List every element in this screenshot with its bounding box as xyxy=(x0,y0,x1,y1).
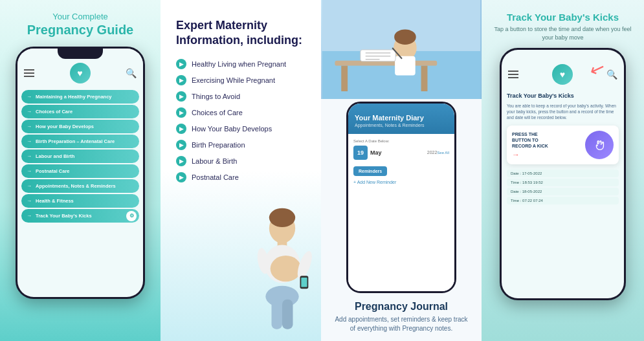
kicks-desc: You are able to keep a record of your ba… xyxy=(507,103,619,120)
phone-mockup-4: ♥ 🔍 Track Your Baby's Kicks You are able… xyxy=(500,48,626,300)
panel3-bottom-text: Pregnancy Journal Add appointments, set … xyxy=(321,293,482,341)
list-item: ▶ Things to Avoid xyxy=(176,91,305,102)
list-item: ▶ Birth Preparation xyxy=(176,140,305,150)
panel1-subtitle: Your Complete xyxy=(52,12,108,21)
svg-rect-16 xyxy=(421,66,428,91)
phone-screen-4: ♥ 🔍 Track Your Baby's Kicks You are able… xyxy=(502,50,624,298)
svg-rect-9 xyxy=(282,300,293,329)
kicks-title: Track Your Baby's Kicks xyxy=(507,93,619,99)
diary-header: Your Maternity Diary Appointments, Notes… xyxy=(348,104,454,134)
panel2-list: ▶ Healthy Living when Pregnant ▶ Exercis… xyxy=(176,59,305,182)
log-entry: Date : 17-05-2022 xyxy=(507,170,619,177)
diary-body: Select A Date Below: 19 May 2022 See All… xyxy=(348,134,454,291)
svg-point-18 xyxy=(394,29,416,45)
phone-header-4: ♥ 🔍 xyxy=(502,50,624,89)
search-icon-4: 🔍 xyxy=(606,69,617,80)
svg-point-1 xyxy=(269,208,295,227)
press-kick-button[interactable]: PRESS THE BUTTON TO RECORD A KICK → xyxy=(507,126,619,164)
gear-icon: ⚙ xyxy=(126,211,137,221)
menu-item-2[interactable]: → Choices of Care xyxy=(21,105,139,118)
log-entry: Time : 07:22 07:24 xyxy=(507,197,619,204)
svg-rect-11 xyxy=(301,278,307,287)
log-entry: Date : 18-05-2022 xyxy=(507,188,619,195)
diary-subtitle: Appointments, Notes & Reminders xyxy=(355,123,448,127)
list-item: ▶ How Your Baby Develops xyxy=(176,124,305,134)
diary-month: May xyxy=(370,149,382,156)
phone-screen-3: Your Maternity Diary Appointments, Notes… xyxy=(348,104,454,291)
panel2-title: Expert Maternity Information, including: xyxy=(176,18,305,49)
select-label: Select A Date Below: xyxy=(353,139,449,143)
list-item: ▶ Choices of Care xyxy=(176,107,305,118)
phone-screen-1: ♥ 🔍 → Maintaining a Healthy Pregnancy → … xyxy=(17,49,143,297)
menu-item-9[interactable]: → Track Your Baby's Kicks ⚙ xyxy=(21,209,139,223)
svg-point-4 xyxy=(271,256,302,281)
panel4-title: Track Your Baby's Kicks xyxy=(507,12,619,23)
panel-3-diary: Your Maternity Diary Appointments, Notes… xyxy=(321,0,482,341)
panel-1-pregnancy-guide: Your Complete Pregnancy Guide ♥ 🔍 → Main… xyxy=(0,0,161,341)
menu-item-5[interactable]: → Labour and Birth xyxy=(21,149,139,163)
menu-item-7[interactable]: → Appointments, Notes & Reminders xyxy=(21,179,139,193)
panel-4-kicks: Track Your Baby's Kicks Tap a button to … xyxy=(482,0,644,341)
list-arrow-icon: ▶ xyxy=(176,107,186,118)
menu-item-1[interactable]: → Maintaining a Healthy Pregnancy xyxy=(21,90,139,104)
pregnant-woman-illustration xyxy=(237,199,321,341)
log-entries: Date : 17-05-2022 Time : 18:53 19:52 Dat… xyxy=(507,170,619,204)
phone-mockup-3: Your Maternity Diary Appointments, Notes… xyxy=(346,102,456,293)
hamburger-icon-4 xyxy=(508,71,518,78)
app-logo-4: ♥ xyxy=(552,64,573,85)
menu-list-1: → Maintaining a Healthy Pregnancy → Choi… xyxy=(17,87,143,297)
menu-item-8[interactable]: → Health & Fitness xyxy=(21,194,139,208)
menu-item-4[interactable]: → Birth Preparation – Antenatal Care xyxy=(21,135,139,148)
app-logo: ♥ xyxy=(70,63,91,83)
list-arrow-icon: ▶ xyxy=(176,156,186,166)
list-item: ▶ Exercising While Pregnant xyxy=(176,75,305,85)
panel1-title: Pregnancy Guide xyxy=(27,23,134,38)
list-arrow-icon: ▶ xyxy=(176,172,186,182)
panel4-sub: Tap a button to store the time and date … xyxy=(489,25,636,41)
list-arrow-icon: ▶ xyxy=(176,124,186,134)
log-entry: Time : 18:53 19:52 xyxy=(507,179,619,186)
list-arrow-icon: ▶ xyxy=(176,91,186,102)
svg-rect-19 xyxy=(395,56,416,76)
reminders-button[interactable]: Reminders xyxy=(353,166,387,176)
menu-item-6[interactable]: → Postnatal Care xyxy=(21,164,139,178)
diary-day: 19 xyxy=(353,146,368,160)
kick-arrow-icon: → xyxy=(512,150,580,159)
see-all-link[interactable]: See All xyxy=(437,151,449,155)
menu-item-3[interactable]: → How your Baby Develops xyxy=(21,120,139,133)
list-arrow-icon: ▶ xyxy=(176,59,186,69)
diary-year: 2022 xyxy=(427,150,438,155)
list-arrow-icon: ▶ xyxy=(176,140,186,150)
panel-2-expert-info: Expert Maternity Information, including:… xyxy=(161,0,321,341)
list-arrow-icon: ▶ xyxy=(176,75,186,85)
diary-date-row: 19 May 2022 See All xyxy=(353,146,449,160)
svg-rect-15 xyxy=(341,66,348,91)
kick-circle-button[interactable] xyxy=(585,131,614,159)
svg-point-7 xyxy=(265,286,298,307)
top-image xyxy=(321,0,482,99)
kicks-content: Track Your Baby's Kicks You are able to … xyxy=(502,89,624,298)
list-item: ▶ Healthy Living when Pregnant xyxy=(176,59,305,69)
list-item: ▶ Postnatal Care xyxy=(176,172,305,182)
phone-notch-1 xyxy=(58,49,103,59)
add-reminder-button[interactable]: + Add New Reminder xyxy=(353,180,449,184)
list-item: ▶ Labour & Birth xyxy=(176,156,305,166)
panel3-section-title: Pregnancy Journal xyxy=(334,301,469,313)
press-text: PRESS THE BUTTON TO RECORD A KICK xyxy=(512,131,580,149)
panel3-section-sub: Add appointments, set reminders & keep t… xyxy=(334,315,469,333)
diary-title: Your Maternity Diary xyxy=(355,114,448,122)
svg-rect-8 xyxy=(272,300,283,329)
hamburger-icon xyxy=(24,69,34,77)
search-icon: 🔍 xyxy=(126,68,137,78)
woman-desk-illustration xyxy=(321,0,482,99)
phone-mockup-1: ♥ 🔍 → Maintaining a Healthy Pregnancy → … xyxy=(16,47,145,299)
